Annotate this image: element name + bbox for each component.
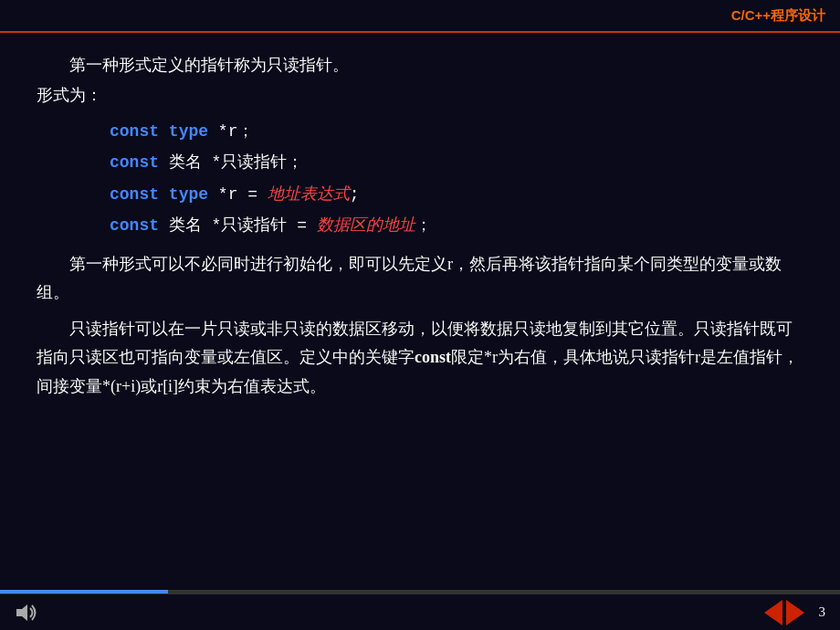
code-block: const type *r； const 类名 *只读指针； const typ… — [110, 116, 803, 241]
description-1: 第一种形式可以不必同时进行初始化，即可以先定义r，然后再将该指针指向某个同类型的… — [37, 250, 803, 308]
progress-fill — [0, 590, 168, 593]
top-bar: C/C++程序设计 — [0, 0, 840, 33]
svg-marker-0 — [16, 604, 27, 621]
slide-container: C/C++程序设计 第一种形式定义的指针称为只读指针。 形式为： const t… — [0, 0, 840, 630]
bottom-bar: 3 — [0, 593, 840, 630]
nav-controls: 3 — [764, 600, 826, 625]
description-2: 只读指针可以在一片只读或非只读的数据区移动，以便将数据只读地复制到其它位置。只读… — [37, 315, 803, 402]
code-line-2: const 类名 *只读指针； — [110, 147, 803, 178]
next-button[interactable] — [786, 600, 804, 625]
prev-button[interactable] — [764, 600, 782, 625]
intro-line-2: 形式为： — [37, 81, 803, 110]
code-line-3: const type *r = 地址表达式; — [110, 179, 803, 210]
main-content: 第一种形式定义的指针称为只读指针。 形式为： const type *r； co… — [0, 33, 840, 593]
code-line-1: const type *r； — [110, 116, 803, 147]
speaker-icon[interactable] — [15, 603, 40, 623]
page-number: 3 — [819, 604, 826, 620]
code-line-4: const 类名 *只读指针 = 数据区的地址； — [110, 210, 803, 241]
slide-title: C/C++程序设计 — [731, 7, 825, 25]
intro-line-1: 第一种形式定义的指针称为只读指针。 — [37, 51, 803, 79]
progress-bar — [0, 590, 840, 593]
